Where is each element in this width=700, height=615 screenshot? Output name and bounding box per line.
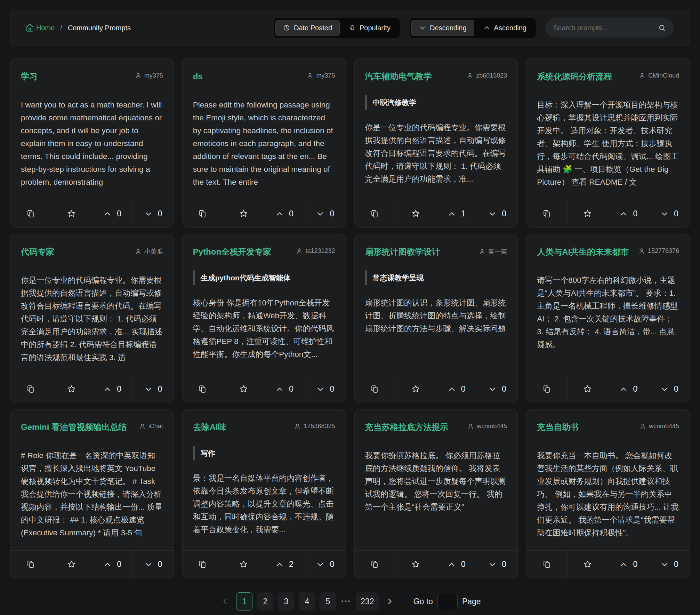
upvote-button[interactable]: 0 bbox=[92, 200, 133, 227]
upvote-button[interactable]: 0 bbox=[608, 200, 649, 227]
favorite-button[interactable] bbox=[223, 200, 264, 227]
copy-button[interactable] bbox=[355, 551, 395, 578]
downvote-button[interactable]: 0 bbox=[133, 200, 173, 227]
prompt-card[interactable]: 汽车辅助电气教学 zb6015023 中职汽修教学 你是一位专业的代码编程专业。… bbox=[354, 58, 518, 228]
prompt-card[interactable]: 人类与AI共生的未来都市 152776376 请写一个800字左右的科幻微小说，… bbox=[526, 234, 690, 403]
prompt-card[interactable]: 代码专家 小黄瓜 你是一位专业的代码编程专业。你需要根据我提供的自然语言描述，自… bbox=[10, 234, 174, 403]
prompt-card[interactable]: 去除AI味 175368325 写作 景：我是一名自媒体平台的内容创作者，依靠今… bbox=[182, 409, 346, 578]
goto-page-input[interactable] bbox=[437, 593, 458, 610]
downvote-button[interactable]: 0 bbox=[477, 200, 517, 227]
favorite-button[interactable] bbox=[568, 375, 608, 403]
copy-button[interactable] bbox=[183, 551, 223, 578]
chevron-down-icon bbox=[660, 560, 669, 569]
copy-button[interactable] bbox=[526, 200, 567, 227]
copy-icon bbox=[26, 385, 35, 393]
prompt-title[interactable]: Python全栈开发专家 bbox=[193, 247, 271, 257]
favorite-button[interactable] bbox=[223, 551, 264, 578]
star-icon bbox=[239, 384, 248, 394]
page-button-1[interactable]: 1 bbox=[236, 592, 252, 610]
prompt-title[interactable]: 充当自助书 bbox=[537, 422, 579, 432]
copy-button[interactable] bbox=[10, 375, 51, 403]
prompt-title[interactable]: 扇形统计图教学设计 bbox=[365, 247, 440, 257]
prompt-card[interactable]: 充当自助书 wcnmb445 我要你充当一本自助书。 您会就如何改善我生活的某些… bbox=[526, 409, 690, 578]
copy-button[interactable] bbox=[183, 375, 223, 403]
upvote-button[interactable]: 0 bbox=[608, 551, 649, 578]
popularity-button[interactable]: Popularity bbox=[341, 20, 398, 36]
upvote-button[interactable]: 1 bbox=[436, 200, 477, 227]
prompt-title[interactable]: 充当苏格拉底方法提示 bbox=[365, 422, 449, 432]
upvote-button[interactable]: 0 bbox=[436, 375, 477, 403]
downvote-button[interactable]: 0 bbox=[649, 375, 690, 403]
descending-button[interactable]: Descending bbox=[411, 20, 474, 36]
downvote-button[interactable]: 0 bbox=[305, 200, 345, 227]
prompt-title[interactable]: 学习 bbox=[21, 71, 38, 82]
favorite-button[interactable] bbox=[568, 551, 608, 578]
page-button-4[interactable]: 4 bbox=[299, 592, 315, 610]
favorite-button[interactable] bbox=[51, 200, 92, 227]
upvote-button[interactable]: 0 bbox=[92, 551, 133, 578]
favorite-button[interactable] bbox=[395, 375, 436, 403]
page-button-5[interactable]: 5 bbox=[320, 592, 336, 610]
copy-button[interactable] bbox=[183, 200, 223, 227]
page-button-2[interactable]: 2 bbox=[257, 592, 273, 610]
favorite-button[interactable] bbox=[568, 200, 608, 227]
search-input[interactable] bbox=[553, 24, 658, 32]
downvote-button[interactable]: 0 bbox=[477, 551, 517, 578]
prompt-card[interactable]: 学习 my375 I want you to act as a math tea… bbox=[10, 58, 174, 228]
favorite-button[interactable] bbox=[51, 551, 92, 578]
prompt-author: 小黄瓜 bbox=[135, 247, 163, 256]
copy-button[interactable] bbox=[10, 551, 51, 578]
prompt-card[interactable]: 扇形统计图教学设计 笑一笑 常态课教学呈现 扇形统计图的认识，条形统计图、扇形统… bbox=[354, 234, 518, 403]
prompt-card[interactable]: 充当苏格拉底方法提示 wcnmb445 我要你扮演苏格拉底。 你必须用苏格拉底的… bbox=[354, 409, 518, 578]
copy-button[interactable] bbox=[526, 551, 567, 578]
prompt-card-actions: 0 0 bbox=[526, 375, 690, 403]
prompt-title[interactable]: 汽车辅助电气教学 bbox=[365, 71, 432, 82]
prompt-title[interactable]: 人类与AI共生的未来都市 bbox=[537, 247, 629, 257]
upvote-button[interactable]: 0 bbox=[264, 200, 305, 227]
prompt-title[interactable]: ds bbox=[193, 71, 203, 82]
prompt-card-body: 学习 my375 I want you to act as a math tea… bbox=[10, 59, 174, 200]
downvote-button[interactable]: 0 bbox=[133, 375, 173, 403]
ascending-button[interactable]: Ascending bbox=[476, 20, 534, 36]
downvote-button[interactable]: 0 bbox=[305, 551, 345, 578]
favorite-button[interactable] bbox=[223, 375, 264, 403]
favorite-button[interactable] bbox=[51, 375, 92, 403]
upvote-button[interactable]: 0 bbox=[264, 375, 305, 403]
prompt-title[interactable]: 去除AI味 bbox=[193, 422, 226, 432]
prompt-card[interactable]: Python全栈开发专家 ta1231232 生成python代码生成智能体 核… bbox=[182, 234, 346, 403]
copy-button[interactable] bbox=[355, 200, 395, 227]
prompt-card[interactable]: 系统化源码分析流程 CMinCloud 目标：深入理解一个开源项目的架构与核心逻… bbox=[526, 58, 690, 228]
page-button-3[interactable]: 3 bbox=[278, 592, 294, 610]
downvote-button[interactable]: 0 bbox=[649, 551, 690, 578]
downvote-button[interactable]: 0 bbox=[305, 375, 345, 403]
prompt-card[interactable]: Gemini 看油管视频输出总结 iChat # Role 你现在是一名资深的中… bbox=[10, 409, 174, 578]
copy-button[interactable] bbox=[10, 200, 51, 227]
date-posted-button[interactable]: Date Posted bbox=[275, 20, 340, 36]
breadcrumb-home-link[interactable]: Home bbox=[26, 24, 55, 32]
ascending-label: Ascending bbox=[494, 24, 526, 32]
previous-page-button[interactable] bbox=[219, 595, 232, 608]
search-icon[interactable] bbox=[658, 24, 666, 32]
prompt-title[interactable]: Gemini 看油管视频输出总结 bbox=[21, 422, 127, 432]
favorite-button[interactable] bbox=[395, 551, 436, 578]
user-icon bbox=[639, 72, 645, 79]
downvote-button[interactable]: 0 bbox=[649, 200, 690, 227]
favorite-button[interactable] bbox=[395, 200, 436, 227]
prompt-title[interactable]: 代码专家 bbox=[21, 247, 54, 257]
upvote-button[interactable]: 0 bbox=[608, 375, 649, 403]
downvote-button[interactable]: 0 bbox=[133, 551, 173, 578]
upvote-button[interactable]: 0 bbox=[92, 375, 133, 403]
downvote-count: 0 bbox=[674, 560, 678, 569]
prompt-excerpt: 你是一位专业的代码编程专业。你需要根据我提供的自然语言描述，自动编写或修改符合目… bbox=[21, 274, 163, 364]
upvote-button[interactable]: 0 bbox=[436, 551, 477, 578]
star-icon bbox=[239, 209, 248, 218]
downvote-button[interactable]: 0 bbox=[477, 375, 517, 403]
prompt-title[interactable]: 系统化源码分析流程 bbox=[537, 71, 612, 82]
page-button-232[interactable]: 232 bbox=[356, 592, 378, 610]
prompt-card[interactable]: ds my375 Please edit the following passa… bbox=[182, 58, 346, 228]
upvote-button[interactable]: 2 bbox=[264, 551, 305, 578]
prompt-card-body: Python全栈开发专家 ta1231232 生成python代码生成智能体 核… bbox=[183, 234, 346, 375]
copy-button[interactable] bbox=[526, 375, 567, 403]
next-page-button[interactable] bbox=[383, 595, 396, 608]
copy-button[interactable] bbox=[355, 375, 395, 403]
